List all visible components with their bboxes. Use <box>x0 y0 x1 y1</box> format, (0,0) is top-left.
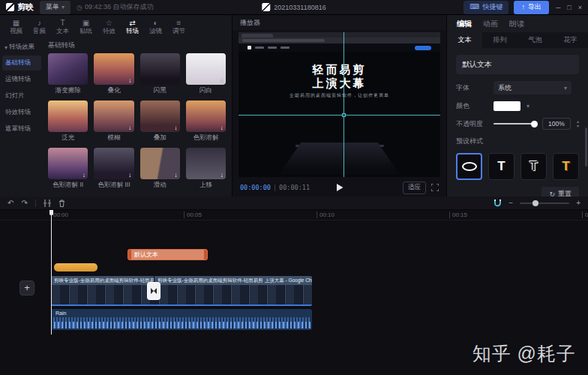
transition-thumbnail[interactable] <box>140 53 180 85</box>
transition-thumbnail[interactable]: ↓ <box>140 100 180 132</box>
transition-item[interactable]: 闪黑 <box>140 53 180 95</box>
transition-thumbnail[interactable]: ↓ <box>48 148 88 179</box>
category-mask-transitions[interactable]: 遮罩转场 <box>2 122 41 136</box>
opacity-value[interactable]: 100% <box>542 118 571 130</box>
subtab-text[interactable]: 文本 <box>447 32 482 48</box>
transition-thumbnail[interactable]: ↓ <box>94 100 134 132</box>
export-button[interactable]: ↑ 导出 <box>514 1 549 14</box>
transition-thumbnail[interactable]: ↓ <box>186 148 226 179</box>
transition-item[interactable]: ↓叠化 <box>94 53 134 95</box>
sticker-icon: ▣ <box>82 19 89 27</box>
category-slideshow[interactable]: 幻灯片 <box>2 88 41 104</box>
player-header: 播放器 <box>232 15 446 30</box>
zoom-slider-knob[interactable] <box>532 200 538 206</box>
tab-read-aloud[interactable]: 朗读 <box>509 19 524 29</box>
maximize-button[interactable]: □ <box>567 4 571 11</box>
category-basic-transitions[interactable]: 基础转场 <box>2 56 41 70</box>
inspector-scrollbar[interactable] <box>585 128 587 166</box>
category-effect-transitions[interactable]: 特效转场 <box>2 105 41 120</box>
video-clip-filmstrip[interactable] <box>51 285 312 306</box>
transition-thumbnail[interactable]: ↓ <box>186 100 226 132</box>
transition-item[interactable]: ↓色彩溶解 <box>186 100 226 142</box>
transition-item[interactable]: 渐变擦除 <box>48 53 88 95</box>
undo-button[interactable]: ↶ <box>8 199 14 207</box>
audio-clip[interactable]: Rain <box>51 309 312 330</box>
subtab-arrange[interactable]: 排列 <box>482 32 518 48</box>
current-time: 00:00:00 <box>240 184 271 191</box>
transition-item[interactable]: ↓叠加 <box>140 100 180 142</box>
tab-sticker[interactable]: ▣贴纸 <box>74 19 98 34</box>
minimize-button[interactable]: ─ <box>556 4 560 11</box>
default-style-shape <box>462 162 477 171</box>
preset-style[interactable]: T <box>488 153 514 180</box>
category-camera-transitions[interactable]: 运镜转场 <box>2 72 41 87</box>
transition-item[interactable]: ↓闪白 <box>186 53 226 95</box>
timeline-view-tools: − + <box>494 199 580 207</box>
audio-clip-label: Rain <box>51 309 312 316</box>
close-button[interactable]: × <box>578 4 582 11</box>
opacity-slider[interactable] <box>494 123 535 124</box>
main-area: ▦视频 ♪音频 T文本 ▣贴纸 ☆特效 ⇄转场 ◐滤镜 ≡调节 ▾ 转场效果 基… <box>0 15 588 196</box>
playhead[interactable] <box>51 210 52 334</box>
opacity-steppers[interactable]: ▴ ▾ <box>577 119 579 128</box>
tab-adjust[interactable]: ≡调节 <box>167 19 190 34</box>
add-media-button[interactable]: + <box>20 280 34 296</box>
tab-animation[interactable]: 动画 <box>483 19 498 29</box>
transition-item[interactable]: ↓上移 <box>186 148 226 190</box>
shortcuts-button[interactable]: ⌨ 快捷键 <box>464 1 508 14</box>
transition-thumbnail[interactable] <box>48 100 88 132</box>
transition-thumbnail[interactable]: ↓ <box>186 53 226 85</box>
video-preview[interactable]: 轻而易剪 上演大幕 全能易用的桌面端剪辑软件，让创作更简单 <box>238 32 440 177</box>
snap-toggle[interactable] <box>494 199 502 207</box>
text-content-input[interactable]: 默认文本 <box>456 55 579 74</box>
color-swatch[interactable] <box>494 101 520 111</box>
timeline-zoom-slider[interactable] <box>520 202 569 204</box>
zoom-out-button[interactable]: − <box>508 199 513 207</box>
sticker-clip[interactable] <box>54 263 98 272</box>
transition-thumbnail[interactable]: ↓ <box>94 148 134 179</box>
transition-item[interactable]: ↓色彩溶解 II <box>48 148 88 190</box>
video-clip-2[interactable]: 剪映专业版-全能易用的桌面端剪辑软件-轻而易剪 上演大幕 - Google Ch… <box>154 276 312 285</box>
transition-item[interactable]: ↓滑动 <box>140 148 180 190</box>
tab-text[interactable]: T文本 <box>51 19 74 34</box>
transition-thumbnail[interactable]: ↓ <box>140 148 180 179</box>
chevron-down-icon[interactable]: ▾ <box>526 103 530 110</box>
preset-style-default[interactable] <box>456 153 482 180</box>
fit-mode-button[interactable]: 适应 <box>403 182 426 194</box>
tab-audio[interactable]: ♪音频 <box>28 19 51 34</box>
tab-effects[interactable]: ☆特效 <box>98 19 121 34</box>
opacity-slider-knob[interactable] <box>531 121 538 128</box>
transition-item[interactable]: ↓色彩溶解 III <box>94 148 134 190</box>
tab-video[interactable]: ▦视频 <box>4 19 28 34</box>
preset-style[interactable]: T <box>553 153 579 180</box>
menu-button[interactable]: 菜单 ▾ <box>40 1 70 14</box>
tab-transitions[interactable]: ⇄转场 <box>121 19 144 34</box>
tab-filters[interactable]: ◐滤镜 <box>144 19 167 34</box>
text-clip[interactable]: 默认文本 <box>128 249 208 260</box>
transition-thumbnail[interactable]: ↓ <box>94 53 134 85</box>
transform-anchor-handle[interactable] <box>342 113 346 117</box>
font-select[interactable]: 系统 ▾ <box>494 81 572 94</box>
split-button[interactable] <box>44 200 51 207</box>
fullscreen-button[interactable] <box>431 184 439 191</box>
stepper-down-icon[interactable]: ▾ <box>577 124 579 128</box>
play-button[interactable] <box>336 184 344 192</box>
subtab-fancy-text[interactable]: 花字 <box>553 32 588 48</box>
transition-item[interactable]: ↓模糊 <box>94 100 134 142</box>
zoom-in-button[interactable]: + <box>576 199 580 207</box>
applied-transition-badge[interactable] <box>148 283 160 299</box>
delete-button[interactable] <box>58 200 65 207</box>
video-clip-1[interactable]: 剪映专业版-全能易用的桌面端剪辑软件-轻而易剪 <box>51 276 154 285</box>
timeline-ruler[interactable]: 00:00 00:05 00:10 00:15 00:20 <box>0 210 588 220</box>
transition-category-header[interactable]: ▾ 转场效果 <box>2 40 41 54</box>
preview-browser-tab <box>242 34 273 38</box>
subtab-bubble[interactable]: 气泡 <box>518 32 553 48</box>
transition-item[interactable]: 泛光 <box>48 100 88 142</box>
preset-style[interactable]: T <box>520 153 547 180</box>
app-logo-icon <box>6 3 14 11</box>
transition-thumbnail[interactable] <box>48 53 88 85</box>
redo-button[interactable]: ↷ <box>21 199 27 207</box>
opacity-label: 不透明度 <box>456 119 488 129</box>
transform-guide-horizontal <box>238 115 440 116</box>
tab-edit[interactable]: 编辑 <box>457 19 472 29</box>
